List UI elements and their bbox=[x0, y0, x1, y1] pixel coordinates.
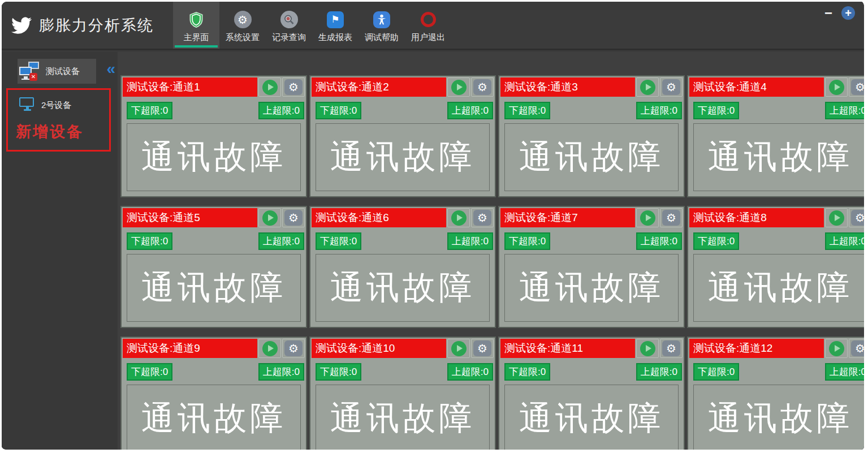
start-channel-button[interactable] bbox=[825, 208, 848, 227]
app-title: 膨胀力分析系统 bbox=[39, 15, 154, 36]
gear-icon: ⚙ bbox=[284, 340, 303, 356]
main-toolbar: 主界面 ⚙ 系统设置 bbox=[173, 2, 451, 49]
channel-settings-button[interactable]: ⚙ bbox=[282, 339, 305, 358]
play-icon bbox=[262, 341, 278, 356]
sidebar-item-device-group[interactable]: ✕ 测试设备 bbox=[18, 59, 96, 84]
limit-badges-row: 下超限:0 上超限:0 bbox=[122, 359, 306, 381]
add-device-button[interactable]: 新增设备 bbox=[16, 122, 109, 142]
limit-badges-row: 下超限:0 上超限:0 bbox=[499, 98, 684, 119]
channel-card-header: 测试设备:通道2 ⚙ bbox=[310, 76, 495, 98]
channel-settings-button[interactable]: ⚙ bbox=[282, 208, 305, 227]
channel-settings-button[interactable]: ⚙ bbox=[471, 208, 494, 227]
channel-title-bar: 测试设备:通道5 bbox=[123, 208, 257, 227]
channel-settings-button[interactable]: ⚙ bbox=[471, 77, 494, 97]
lower-limit-badge: 下超限:0 bbox=[316, 363, 361, 381]
start-channel-button[interactable] bbox=[636, 339, 659, 358]
play-icon bbox=[640, 341, 655, 356]
gear-icon: ⚙ bbox=[662, 340, 680, 356]
start-channel-button[interactable] bbox=[447, 77, 470, 97]
limit-badges-row: 下超限:0 上超限:0 bbox=[122, 98, 306, 119]
channel-card-header: 测试设备:通道7 ⚙ bbox=[499, 207, 684, 228]
toolbar-item-logout[interactable]: 用户退出 bbox=[405, 2, 451, 49]
lower-limit-badge: 下超限:0 bbox=[504, 102, 550, 119]
channel-card-header: 测试设备:通道4 ⚙ bbox=[688, 76, 864, 98]
toolbar-item-settings[interactable]: ⚙ 系统设置 bbox=[219, 2, 266, 49]
report-icon: ⚑ bbox=[325, 10, 346, 29]
start-channel-button[interactable] bbox=[258, 208, 281, 227]
gear-icon: ⚙ bbox=[473, 210, 491, 226]
gear-icon: ⚙ bbox=[284, 79, 303, 95]
help-icon bbox=[372, 10, 392, 29]
device-group-label: 测试设备 bbox=[46, 66, 80, 77]
play-icon bbox=[451, 80, 467, 95]
channel-card: 测试设备:通道11 ⚙ 下超限:0 上超限:0 通讯故障 bbox=[498, 336, 685, 450]
search-icon bbox=[279, 10, 299, 29]
minimize-button[interactable]: − bbox=[824, 6, 832, 20]
channel-status-text: 通讯故障 bbox=[504, 254, 679, 322]
channel-card: 测试设备:通道4 ⚙ 下超限:0 上超限:0 通讯故障 bbox=[687, 75, 864, 197]
channel-status-text: 通讯故障 bbox=[127, 385, 301, 450]
channel-title-bar: 测试设备:通道8 bbox=[689, 208, 824, 227]
start-channel-button[interactable] bbox=[447, 208, 470, 227]
toolbar-label: 系统设置 bbox=[226, 32, 260, 43]
channel-card: 测试设备:通道10 ⚙ 下超限:0 上超限:0 通讯故障 bbox=[309, 336, 496, 450]
channel-status-text: 通讯故障 bbox=[504, 385, 679, 450]
channel-title-bar: 测试设备:通道10 bbox=[312, 339, 446, 358]
toolbar-label: 主界面 bbox=[184, 32, 209, 43]
channel-card-header: 测试设备:通道12 ⚙ bbox=[688, 338, 864, 359]
limit-badges-row: 下超限:0 上超限:0 bbox=[688, 359, 864, 381]
channel-settings-button[interactable]: ⚙ bbox=[660, 208, 683, 227]
gear-icon: ⚙ bbox=[851, 79, 864, 95]
toolbar-label: 生成报表 bbox=[318, 32, 352, 43]
start-channel-button[interactable] bbox=[636, 77, 659, 97]
sidebar-item-device-2[interactable]: 2号设备 bbox=[12, 94, 109, 116]
channel-status-text: 通讯故障 bbox=[693, 254, 864, 322]
channel-card: 测试设备:通道5 ⚙ 下超限:0 上超限:0 通讯故障 bbox=[120, 206, 307, 328]
gear-icon: ⚙ bbox=[473, 79, 491, 95]
collapse-sidebar-icon[interactable]: « bbox=[106, 61, 115, 77]
gear-icon: ⚙ bbox=[232, 10, 253, 29]
toolbar-item-help[interactable]: 调试帮助 bbox=[359, 2, 405, 49]
toolbar-item-records[interactable]: 记录查询 bbox=[266, 2, 312, 49]
channel-settings-button[interactable]: ⚙ bbox=[282, 77, 305, 97]
upper-limit-badge: 上超限:0 bbox=[447, 232, 493, 250]
channel-card-header: 测试设备:通道6 ⚙ bbox=[310, 207, 495, 228]
channel-status-text: 通讯故障 bbox=[504, 123, 679, 191]
channel-status-text: 通讯故障 bbox=[316, 123, 490, 191]
channel-settings-button[interactable]: ⚙ bbox=[849, 77, 864, 97]
gear-glyph: ⚙ bbox=[237, 14, 248, 25]
toolbar-item-report[interactable]: ⚑ 生成报表 bbox=[312, 2, 359, 49]
channel-card-header: 测试设备:通道3 ⚙ bbox=[499, 76, 684, 98]
gear-icon: ⚙ bbox=[473, 340, 491, 356]
lower-limit-badge: 下超限:0 bbox=[316, 102, 361, 119]
start-channel-button[interactable] bbox=[447, 339, 470, 358]
channel-settings-button[interactable]: ⚙ bbox=[660, 339, 683, 358]
channel-card: 测试设备:通道3 ⚙ 下超限:0 上超限:0 通讯故障 bbox=[498, 75, 685, 197]
channel-card-header: 测试设备:通道11 ⚙ bbox=[499, 338, 684, 359]
upper-limit-badge: 上超限:0 bbox=[636, 232, 682, 250]
start-channel-button[interactable] bbox=[825, 339, 848, 358]
shield-icon bbox=[186, 10, 206, 29]
start-channel-button[interactable] bbox=[258, 339, 281, 358]
upper-limit-badge: 上超限:0 bbox=[825, 102, 864, 119]
toolbar-item-main[interactable]: 主界面 bbox=[173, 2, 219, 49]
play-icon bbox=[640, 80, 655, 95]
start-channel-button[interactable] bbox=[258, 77, 281, 97]
start-channel-button[interactable] bbox=[825, 77, 848, 97]
play-icon bbox=[451, 210, 467, 226]
channel-settings-button[interactable]: ⚙ bbox=[849, 339, 864, 358]
channel-settings-button[interactable]: ⚙ bbox=[471, 339, 494, 358]
gear-icon: ⚙ bbox=[662, 210, 680, 226]
limit-badges-row: 下超限:0 上超限:0 bbox=[688, 228, 864, 250]
toolbar-label: 调试帮助 bbox=[365, 32, 399, 43]
channel-title-bar: 测试设备:通道7 bbox=[500, 208, 635, 227]
lower-limit-badge: 下超限:0 bbox=[693, 232, 739, 250]
maximize-button[interactable]: + bbox=[841, 6, 855, 20]
upper-limit-badge: 上超限:0 bbox=[258, 363, 304, 381]
start-channel-button[interactable] bbox=[636, 208, 659, 227]
lower-limit-badge: 下超限:0 bbox=[316, 232, 361, 250]
channel-card: 测试设备:通道6 ⚙ 下超限:0 上超限:0 通讯故障 bbox=[309, 206, 496, 328]
flag-glyph: ⚑ bbox=[331, 15, 339, 24]
channel-settings-button[interactable]: ⚙ bbox=[660, 77, 683, 97]
channel-settings-button[interactable]: ⚙ bbox=[849, 208, 864, 227]
